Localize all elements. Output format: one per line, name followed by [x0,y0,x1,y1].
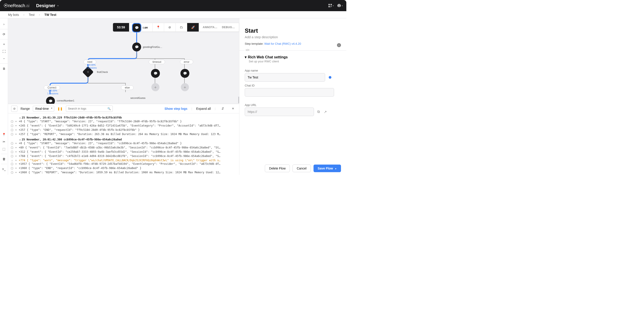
flow-canvas[interactable]: 53:59 ↻ ⏭ 📍 ⊘ 🗀 🚀 ANNOTA… DEBUG… [8,18,239,104]
app-name-input[interactable] [245,73,325,82]
log-line[interactable]: ⓘ▾+0 { "type": "START", "message": "Vers… [10,120,237,124]
expand-icon[interactable]: › [1,21,7,27]
select-icon[interactable]: ⬚ [1,146,7,152]
scissors-icon[interactable]: ✂ [1,139,7,145]
save-flow-button[interactable]: Save Flow▼ [314,165,341,172]
rocket-icon[interactable]: 🚀 [187,23,199,32]
log-line[interactable]: ⓘ▾+1060 { "type": "END", "requestId": "c… [10,166,237,171]
chevron-down-icon: ▾ [342,5,343,7]
svg-rect-1 [330,4,332,5]
branch-pct: 100.00% [86,64,97,66]
log-line[interactable]: ⓘ▾+1060 { "type": "REPORT", "message": "… [10,171,237,175]
step-template: Step template: Wait for Chat (RWC) v4.4.… [245,42,301,45]
pin-icon[interactable]: 📍 [1,131,7,138]
search-icon: 🔍 [108,107,111,110]
app-url-label: App URL [245,103,341,107]
log-group-header[interactable]: ▴25 November, 20:01:42.300 ccb996ce-8c4f… [19,138,237,141]
terminal-icon[interactable]: >_ [1,166,7,172]
branch-timeout[interactable]: timeout [149,60,165,64]
clear-logs-icon[interactable]: ⊘ [11,105,18,112]
log-line[interactable]: ⓘ▾+257 { "type": "END", "requestId": "ff… [10,128,237,132]
canvas-and-logs: 53:59 ↻ ⏭ 📍 ⊘ 🗀 🚀 ANNOTA… DEBUG… [8,18,239,175]
show-step-logs[interactable]: Show step logs [164,107,188,110]
tab-debug[interactable]: DEBUG… [222,26,235,29]
open-link-icon[interactable]: ↗ [323,110,327,114]
refresh-icon[interactable]: ⟳ [1,31,7,37]
node-label: correctNumber1 [57,99,74,102]
log-panel: ⊘ Range Real-time ❚❚ 🔍 Show step logs | … [8,104,239,175]
chevron-down-icon: ▾ [58,5,58,7]
log-search-input[interactable] [68,107,106,110]
document-icon[interactable]: 🗎 [1,66,7,72]
log-line[interactable]: ⓘ▾+1057 { "event": { "EventId": "54ad6df… [10,162,237,166]
log-line[interactable]: ⓘ▾+89 { "event": { "EventId": "7ae5d88f-… [10,146,237,150]
chevron-down-icon: ▼ [335,168,337,170]
app-name-label: App name [245,69,341,72]
logo: ⦿neReach.ai [4,3,30,8]
pause-icon[interactable]: ❚❚ [58,107,63,110]
range-label: Range [20,107,30,110]
apps-grid-icon[interactable]: ▾ [328,3,334,8]
svg-rect-5 [330,7,331,7]
log-line[interactable]: ⓘ▾+257 { "type": "REPORT", "message": "D… [10,132,237,137]
breadcrumbs: My bots › Test › TW Test [0,11,346,18]
log-line[interactable]: ⓘ▾+0 { "type": "START", "message": "Vers… [10,141,237,146]
node-correctnumber[interactable]: 💬 correctNumber1 [46,96,74,104]
node-error-chat[interactable]: 💬 [180,69,189,78]
minus-icon[interactable]: − [1,55,7,62]
fullscreen-icon[interactable]: ⛶ [1,48,7,55]
chevron-right-icon: › [24,13,24,16]
copy-icon[interactable]: ⧉ [316,110,321,114]
svg-rect-4 [332,6,332,7]
chevron-down-icon: ▾ [333,5,334,7]
info-icon[interactable]: i [337,43,341,47]
branch-else[interactable]: else [121,85,134,90]
delete-flow-button[interactable]: Delete Flow [265,165,290,172]
range-select[interactable]: Real-time [33,106,54,112]
section-subtitle: Set up your RWC client [249,60,341,63]
node-start[interactable]: 💬 Start [133,24,148,32]
node-greeting[interactable]: 💬 greetingFirstGu… [132,43,162,51]
log-line[interactable]: ⚠▾+774 { "type": "warn", "message": "tri… [10,158,237,162]
user-menu[interactable]: ▾ [338,3,343,8]
log-group-header[interactable]: ▴25 November, 20:01:39.229 ff9c5184-28d0… [19,116,237,119]
crumb-test[interactable]: Test [29,13,34,17]
folder-icon[interactable]: 🗀 [176,23,187,32]
block-icon[interactable]: ⊘ [164,23,176,32]
log-body[interactable]: ▴25 November, 20:01:39.229 ff9c5184-28d0… [8,113,239,175]
section-rwc-settings[interactable]: ▾ Rich Web Chat settings [245,55,341,59]
chat-id-input[interactable] [245,88,334,97]
expand-all[interactable]: Expand all [196,107,210,110]
trash-icon[interactable]: 🗑 [1,156,7,162]
crumb-my-bots[interactable]: My bots [8,13,19,17]
marker-icon[interactable]: 📍 [152,23,164,32]
app-url-input[interactable] [245,108,314,116]
node-label: Start [142,26,148,29]
close-logs-icon[interactable]: ✕ [230,105,236,112]
node-label: firstCheck [97,71,108,73]
log-search[interactable]: 🔍 [66,105,113,112]
svg-rect-3 [330,6,331,7]
log-line[interactable]: ⓘ▾+768 { "event": { "EventId": "c4f62b72… [10,154,237,158]
step-title: Start [245,27,258,34]
branch-sessions: 1 Sessions [47,92,58,95]
template-link[interactable]: Wait for Chat (RWC) v4.4.20 [264,42,301,45]
node-secondguess[interactable]: secondGuess [130,97,145,99]
log-line[interactable]: ⓘ▾+312 { "event": { "EventId": "ce250ab7… [10,150,237,154]
branch-error[interactable]: error [180,60,193,64]
left-rail: › ⟳ ＋ ⛶ − 🗎 📍 ✂ ⬚ 🗑 >_ [0,18,8,175]
plus-icon[interactable]: ＋ [1,41,7,47]
sort-icon[interactable]: ⇵ [220,105,226,112]
crumb-tw-test[interactable]: TW Test [44,13,56,17]
changed-indicator [329,76,332,79]
log-line[interactable]: ⓘ▾+245 { "event": { "EventId": "5d0249c4… [10,124,237,128]
add-node-button[interactable]: ＋ [152,83,160,91]
step-description-placeholder[interactable]: Add a step description [245,35,341,39]
tab-annotate[interactable]: ANNOTA… [203,26,218,29]
branch-sessions: 1 Sessions [86,66,97,69]
add-node-button[interactable]: ＋ [181,83,189,91]
node-timeout-chat[interactable]: 💬 [151,69,160,78]
app-name: Designer [36,3,56,8]
cancel-button[interactable]: Cancel [292,165,311,172]
app-switcher[interactable]: Designer ▾ [36,3,59,8]
